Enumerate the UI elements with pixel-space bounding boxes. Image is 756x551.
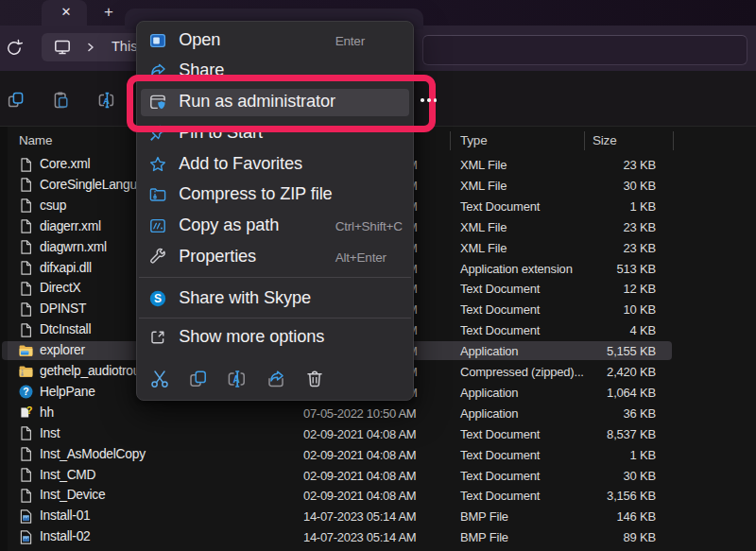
menu-item-label: Copy as path xyxy=(179,215,279,235)
svg-text:?: ? xyxy=(26,405,33,416)
file-size: 30 KB xyxy=(529,469,656,483)
file-row[interactable]: Install-0114-07-2023 05:14 AMBMP File146… xyxy=(0,506,756,526)
file-name[interactable]: csup xyxy=(40,198,66,213)
file-type: Text Document xyxy=(460,282,540,296)
column-header-name[interactable]: Name xyxy=(19,133,52,147)
menu-item-label: Share with Skype xyxy=(179,288,311,308)
file-name[interactable]: Install-02 xyxy=(40,529,90,543)
cut-button[interactable] xyxy=(144,363,176,395)
tab-close-icon[interactable]: ✕ xyxy=(57,3,76,22)
file-name[interactable]: Core.xml xyxy=(40,157,90,171)
file-name[interactable]: Inst_Device xyxy=(40,488,105,502)
file-icon xyxy=(18,301,34,318)
file-type: XML File xyxy=(460,220,507,234)
column-header-size[interactable]: Size xyxy=(593,133,616,147)
file-type: Text Document xyxy=(460,469,540,483)
file-size: 36 KB xyxy=(529,406,656,421)
file-name[interactable]: diagwrn.xml xyxy=(40,240,107,254)
column-separator[interactable] xyxy=(673,131,674,150)
menu-item-copy-as-path[interactable]: Copy as pathCtrl+Shift+C xyxy=(137,211,413,242)
column-separator[interactable] xyxy=(584,131,585,150)
share-button[interactable] xyxy=(260,363,292,395)
file-row[interactable]: ?hh07-05-2022 10:50 AMApplication36 KB xyxy=(0,403,756,423)
breadcrumb-chevron-icon[interactable] xyxy=(86,39,95,56)
file-name[interactable]: Inst_AsModelCopy xyxy=(40,447,146,461)
file-type: Text Document xyxy=(460,302,540,317)
menu-item-label: Add to Favorites xyxy=(179,154,302,174)
file-size: 1,064 KB xyxy=(529,386,656,400)
file-date-modified: 02-09-2021 04:08 AM xyxy=(303,427,416,441)
file-name[interactable]: diagerr.xml xyxy=(40,219,101,233)
file-name[interactable]: Inst_CMD xyxy=(40,468,95,482)
file-name[interactable]: DirectX xyxy=(40,281,80,295)
file-name[interactable]: difxapi.dll xyxy=(40,261,92,275)
column-separator[interactable] xyxy=(450,131,451,150)
annotation-highlight-box xyxy=(127,75,436,132)
file-name[interactable]: explorer xyxy=(40,343,85,357)
file-name[interactable]: DtcInstall xyxy=(40,322,91,336)
file-type: Text Document xyxy=(460,323,540,337)
file-icon xyxy=(18,157,34,173)
menu-item-label: Open xyxy=(179,30,220,50)
delete-button[interactable] xyxy=(299,363,331,395)
file-type: XML File xyxy=(460,179,507,193)
menu-item-share-with-skype[interactable]: SShare with Skype xyxy=(137,284,413,315)
active-tab[interactable]: ✕ xyxy=(42,0,87,26)
menu-item-shortcut: Alt+Enter xyxy=(335,250,387,265)
explorer-folder-icon xyxy=(18,343,34,359)
copy-button[interactable] xyxy=(182,363,215,395)
file-name[interactable]: Install-01 xyxy=(40,508,90,523)
file-size: 1 KB xyxy=(529,199,656,214)
rename-icon[interactable]: A xyxy=(97,91,116,110)
column-header-type[interactable]: Type xyxy=(460,133,487,147)
open-icon xyxy=(148,31,167,50)
menu-item-open[interactable]: OpenEnter xyxy=(137,26,413,57)
menu-item-label: Show more options xyxy=(179,327,324,347)
file-size: 3,156 KB xyxy=(529,489,656,503)
file-name[interactable]: DPINST xyxy=(40,301,86,316)
help-icon: ? xyxy=(18,384,34,400)
see-more-ellipsis-icon[interactable] xyxy=(418,95,440,106)
file-row[interactable]: Install-0214-07-2023 05:14 AMBMP File89 … xyxy=(0,526,756,547)
file-row[interactable]: Inst_Device02-09-2021 04:08 AMText Docum… xyxy=(0,485,756,506)
file-size: 23 KB xyxy=(529,220,656,234)
file-size: 30 KB xyxy=(529,179,656,193)
file-icon xyxy=(18,218,34,234)
file-icon xyxy=(18,198,34,214)
file-date-modified: 02-09-2021 04:08 AM xyxy=(303,448,416,462)
rename-button[interactable]: A xyxy=(221,363,253,395)
menu-item-compress-to-zip-file[interactable]: Compress to ZIP file xyxy=(137,180,413,211)
file-row[interactable]: Inst_AsModelCopy02-09-2021 04:08 AMText … xyxy=(0,444,756,465)
file-row[interactable]: Inst02-09-2021 04:08 AMText Document8,53… xyxy=(0,423,756,444)
file-size: 8,537 KB xyxy=(529,427,656,441)
search-input[interactable] xyxy=(422,35,747,65)
menu-item-add-to-favorites[interactable]: Add to Favorites xyxy=(137,149,413,181)
file-size: 5,155 KB xyxy=(529,344,656,358)
skype-icon: S xyxy=(148,289,167,308)
file-size: 10 KB xyxy=(529,302,656,317)
file-name[interactable]: Inst xyxy=(40,426,60,440)
menu-item-shortcut: Enter xyxy=(335,34,365,48)
file-icon xyxy=(18,239,34,255)
paste-icon[interactable] xyxy=(52,91,71,110)
file-row[interactable]: Inst_CMD02-09-2021 04:08 AMText Document… xyxy=(0,465,756,486)
file-name[interactable]: HelpPane xyxy=(40,385,95,399)
file-type: Text Document xyxy=(460,448,540,462)
file-name[interactable]: hh xyxy=(40,405,54,420)
svg-text:?: ? xyxy=(23,387,28,398)
copy-icon[interactable] xyxy=(7,91,26,110)
file-size: 23 KB xyxy=(529,158,656,172)
file-size: 2,420 KB xyxy=(529,365,656,379)
file-type: Application xyxy=(460,344,518,358)
menu-item-label: Compress to ZIP file xyxy=(179,184,332,204)
wrench-icon xyxy=(148,248,167,267)
menu-item-properties[interactable]: PropertiesAlt+Enter xyxy=(137,242,413,273)
file-icon xyxy=(18,467,34,483)
file-size: 513 KB xyxy=(529,262,656,276)
menu-item-show-more-options[interactable]: Show more options xyxy=(137,322,413,353)
refresh-icon[interactable] xyxy=(4,38,25,59)
file-type: Text Document xyxy=(460,199,540,214)
this-pc-monitor-icon xyxy=(53,38,72,57)
file-icon xyxy=(18,322,34,338)
new-tab-icon[interactable]: + xyxy=(97,2,120,24)
